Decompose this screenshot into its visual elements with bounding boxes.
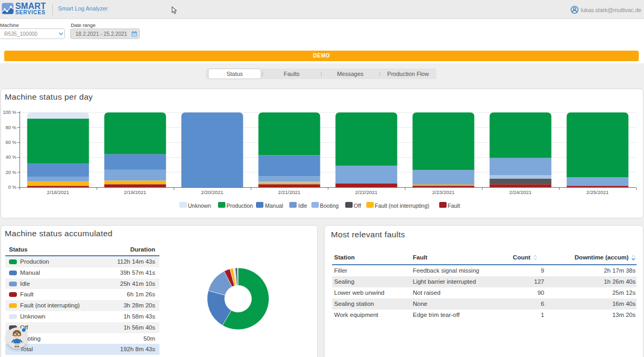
svg-text:2/18/2021: 2/18/2021 (47, 189, 69, 195)
svg-text:2/20/2021: 2/20/2021 (201, 189, 223, 195)
svg-text:40 %: 40 % (5, 155, 16, 160)
svg-text:2/21/2021: 2/21/2021 (278, 189, 300, 195)
svg-text:0 %: 0 % (8, 185, 16, 190)
svg-text:100 %: 100 % (3, 110, 16, 115)
svg-text:80 %: 80 % (5, 125, 16, 130)
svg-text:2/24/2021: 2/24/2021 (509, 189, 532, 195)
svg-text:2/19/2021: 2/19/2021 (124, 189, 146, 195)
svg-text:2/23/2021: 2/23/2021 (432, 189, 454, 195)
svg-text:20 %: 20 % (5, 170, 16, 175)
svg-text:60 %: 60 % (5, 140, 16, 145)
svg-text:2/25/2021: 2/25/2021 (586, 189, 609, 195)
svg-text:2/22/2021: 2/22/2021 (355, 189, 377, 195)
